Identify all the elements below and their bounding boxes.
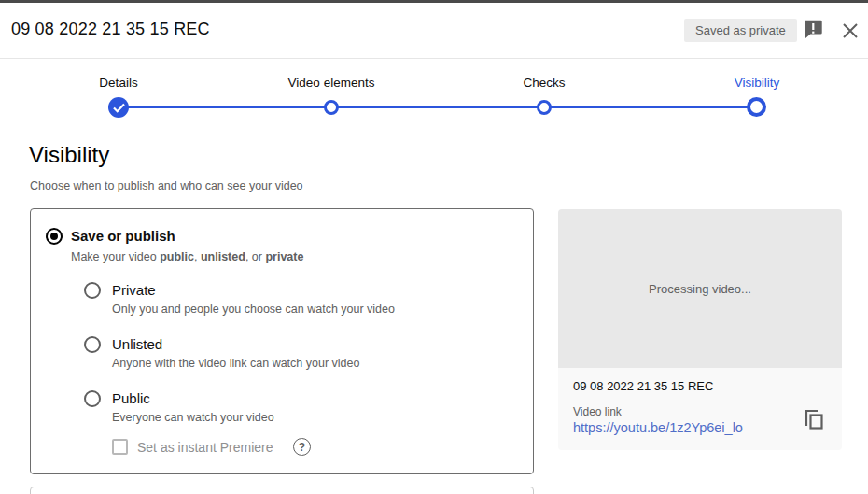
public-description: Everyone can watch your video [112,411,274,424]
video-link-label: Video link [573,405,622,418]
save-or-publish-description: Make your video public, unlisted, or pri… [71,250,303,263]
save-or-publish-label[interactable]: Save or publish [71,228,175,244]
private-description: Only you and people you choose can watch… [112,303,395,316]
processing-status: Processing video... [649,282,751,296]
radio-save-or-publish[interactable] [46,228,63,245]
public-label[interactable]: Public [112,390,150,406]
step-dot-details[interactable] [108,97,129,118]
step-dot-video-elements[interactable] [324,100,339,115]
feedback-icon [803,19,825,41]
save-or-publish-section [30,208,534,474]
copy-link-button[interactable] [803,409,827,435]
premiere-checkbox[interactable] [112,439,128,455]
unlisted-label[interactable]: Unlisted [112,336,162,352]
step-label-video-elements[interactable]: Video elements [288,76,375,90]
help-icon[interactable]: ? [293,438,311,456]
page-title: Visibility [29,142,109,168]
video-info-panel: 09 08 2022 21 35 15 REC Video link https… [558,368,842,450]
step-label-checks[interactable]: Checks [523,76,565,90]
upload-dialog: 09 08 2022 21 35 15 REC Saved as private… [0,0,868,494]
step-dot-checks[interactable] [537,100,552,115]
close-button[interactable] [839,20,861,42]
checkmark-icon [113,103,125,113]
radio-private[interactable] [84,282,101,299]
video-link[interactable]: https://youtu.be/1z2Yp6ei_lo [573,420,743,435]
header-divider [0,58,868,59]
private-label[interactable]: Private [112,282,156,298]
video-preview: Processing video... [558,209,842,368]
radio-public[interactable] [84,390,101,407]
premiere-label: Set as instant Premiere [137,440,273,455]
dialog-title: 09 08 2022 21 35 15 REC [11,20,210,39]
copy-icon [803,409,825,433]
schedule-section-collapsed[interactable] [30,487,534,494]
window-top-strip [0,0,868,3]
step-label-visibility[interactable]: Visibility [735,76,780,90]
page-subtitle: Choose when to publish and who can see y… [30,179,303,192]
step-label-details[interactable]: Details [99,76,137,90]
radio-unlisted[interactable] [84,336,101,353]
step-dot-visibility[interactable] [747,97,766,117]
stepper-line [119,106,757,108]
video-filename: 09 08 2022 21 35 15 REC [573,379,713,393]
feedback-button[interactable] [803,19,825,41]
status-badge: Saved as private [684,19,797,42]
close-icon [839,20,861,42]
unlisted-description: Anyone with the video link can watch you… [112,357,359,370]
